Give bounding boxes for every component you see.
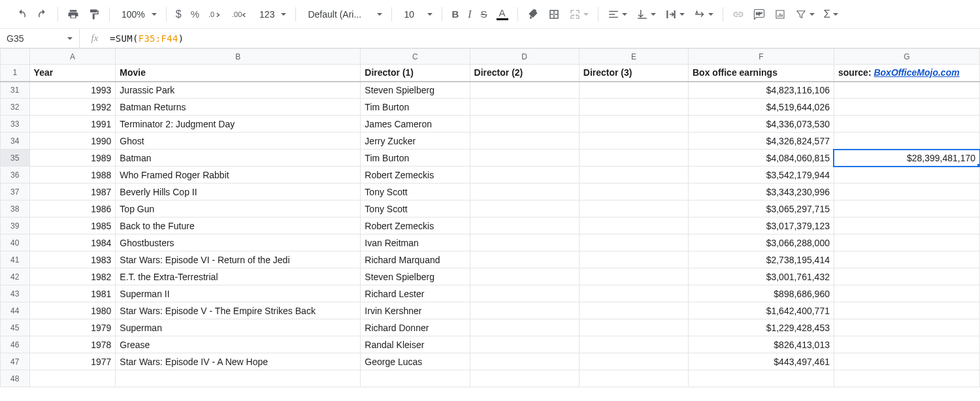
cell[interactable] <box>470 133 579 150</box>
cell[interactable] <box>834 268 979 285</box>
cell[interactable]: 1985 <box>29 217 116 234</box>
cell[interactable] <box>579 285 688 302</box>
row-header[interactable]: 45 <box>1 319 30 336</box>
cell[interactable] <box>579 217 688 234</box>
cell[interactable] <box>579 116 688 133</box>
row-header[interactable]: 47 <box>1 353 30 370</box>
cell[interactable] <box>579 268 688 285</box>
fontsize-select[interactable]: 10 <box>397 5 436 24</box>
row-header[interactable]: 39 <box>1 217 30 234</box>
cell[interactable]: 1986 <box>29 200 116 217</box>
cell[interactable]: $4,336,073,530 <box>689 116 834 133</box>
italic-button[interactable]: I <box>464 5 475 24</box>
cell[interactable] <box>470 353 579 370</box>
cell[interactable] <box>834 99 979 116</box>
cell[interactable] <box>834 319 979 336</box>
row-header[interactable]: 32 <box>1 99 30 116</box>
cell[interactable]: Star Wars: Episode IV - A New Hope <box>116 353 361 370</box>
cell[interactable] <box>834 234 979 251</box>
cell[interactable] <box>579 353 688 370</box>
cell[interactable]: 1991 <box>29 116 116 133</box>
cell[interactable]: 1981 <box>29 285 116 302</box>
row-header[interactable]: 33 <box>1 116 30 133</box>
cell[interactable] <box>470 150 579 167</box>
column-header[interactable]: B <box>116 49 361 65</box>
cell[interactable]: Beverly Hills Cop II <box>116 184 361 200</box>
cell[interactable]: $4,084,060,815 <box>689 150 834 167</box>
cell[interactable] <box>470 99 579 116</box>
more-formats-select[interactable]: 123 <box>253 5 290 24</box>
cell[interactable]: 1993 <box>29 82 116 99</box>
cell[interactable]: $3,343,230,996 <box>689 184 834 200</box>
cell[interactable]: Robert Zemeckis <box>361 167 470 184</box>
cell[interactable] <box>470 200 579 217</box>
cell[interactable]: 1979 <box>29 319 116 336</box>
row-header[interactable]: 46 <box>1 336 30 353</box>
cell[interactable] <box>579 184 688 200</box>
cell[interactable]: Randal Kleiser <box>361 336 470 353</box>
row-header[interactable]: 31 <box>1 82 30 99</box>
strikethrough-button[interactable]: S <box>477 5 491 24</box>
cell[interactable] <box>579 251 688 268</box>
cell[interactable]: Jerry Zucker <box>361 133 470 150</box>
cell[interactable] <box>834 336 979 353</box>
row-header[interactable]: 40 <box>1 234 30 251</box>
cell[interactable]: E.T. the Extra-Terrestrial <box>116 268 361 285</box>
functions-button[interactable]: Σ <box>820 5 843 24</box>
cell[interactable]: $443,497,461 <box>689 353 834 370</box>
paint-format-button[interactable] <box>84 5 104 24</box>
column-header[interactable]: E <box>579 49 688 65</box>
row-header[interactable]: 34 <box>1 133 30 150</box>
cell[interactable] <box>579 82 688 99</box>
source-link[interactable]: BoxOfficeMojo.com <box>874 67 959 78</box>
row-header[interactable]: 42 <box>1 268 30 285</box>
merge-cells-button[interactable] <box>565 5 593 24</box>
cell[interactable]: Box office earnings <box>689 65 834 82</box>
cell[interactable]: Steven Spielberg <box>361 268 470 285</box>
cell[interactable]: 1982 <box>29 268 116 285</box>
cell[interactable] <box>29 370 116 387</box>
cell[interactable]: Superman II <box>116 285 361 302</box>
column-header[interactable]: G <box>834 49 979 65</box>
cell[interactable]: Batman <box>116 150 361 167</box>
cell[interactable]: Movie <box>116 65 361 82</box>
cell[interactable] <box>689 370 834 387</box>
row-header[interactable]: 1 <box>1 65 30 82</box>
cell[interactable]: Richard Donner <box>361 319 470 336</box>
fill-color-button[interactable] <box>523 5 543 24</box>
cell[interactable]: Star Wars: Episode VI - Return of the Je… <box>116 251 361 268</box>
format-currency-button[interactable]: $ <box>172 5 186 24</box>
cell[interactable]: $3,017,379,123 <box>689 217 834 234</box>
cell[interactable]: $3,065,297,715 <box>689 200 834 217</box>
cell[interactable] <box>361 370 470 387</box>
cell[interactable]: Tony Scott <box>361 200 470 217</box>
format-percent-button[interactable]: % <box>187 5 203 24</box>
valign-button[interactable] <box>632 5 660 24</box>
insert-link-button[interactable] <box>728 5 748 24</box>
cell[interactable] <box>470 167 579 184</box>
cell[interactable] <box>579 336 688 353</box>
cell[interactable] <box>834 285 979 302</box>
formula-input[interactable]: =SUM(F35:F44) <box>110 33 980 44</box>
font-select[interactable]: Default (Ari... <box>301 5 386 24</box>
text-wrap-button[interactable] <box>661 5 689 24</box>
cell[interactable]: $4,326,824,577 <box>689 133 834 150</box>
cell[interactable] <box>834 370 979 387</box>
cell[interactable] <box>834 302 979 319</box>
insert-chart-button[interactable] <box>770 5 790 24</box>
cell[interactable]: Terminator 2: Judgment Day <box>116 116 361 133</box>
cell[interactable] <box>579 302 688 319</box>
cell[interactable]: 1977 <box>29 353 116 370</box>
select-all-corner[interactable] <box>1 49 30 65</box>
column-header[interactable]: C <box>361 49 470 65</box>
cell[interactable]: James Cameron <box>361 116 470 133</box>
cell[interactable]: $4,519,644,026 <box>689 99 834 116</box>
cell[interactable] <box>834 217 979 234</box>
cell[interactable]: Irvin Kershner <box>361 302 470 319</box>
row-header[interactable]: 35 <box>1 150 30 167</box>
cell[interactable]: 1980 <box>29 302 116 319</box>
row-header[interactable]: 48 <box>1 370 30 387</box>
cell[interactable]: Ivan Reitman <box>361 234 470 251</box>
cell[interactable]: Who Framed Roger Rabbit <box>116 167 361 184</box>
cell[interactable]: Superman <box>116 319 361 336</box>
